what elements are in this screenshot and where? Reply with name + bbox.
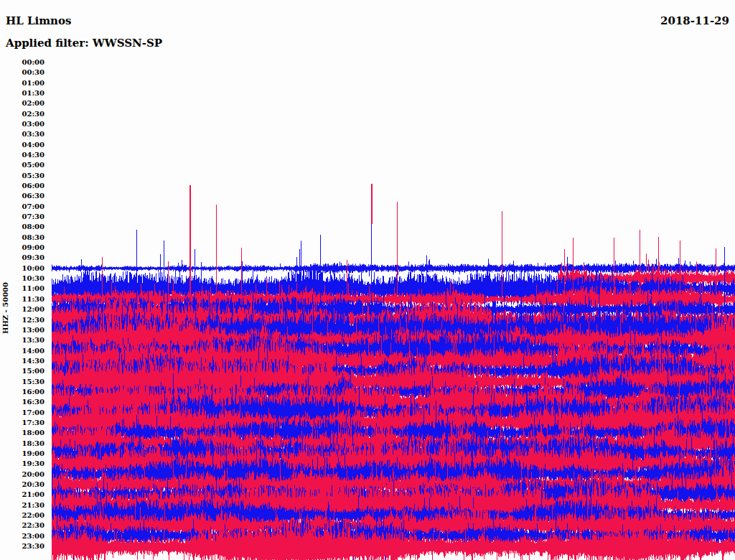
time-label: 09:30: [0, 254, 45, 261]
time-label: 16:30: [0, 398, 45, 406]
time-label: 17:30: [0, 419, 45, 426]
seismogram-canvas: [52, 0, 735, 560]
time-label: 04:30: [0, 151, 45, 159]
time-label: 08:00: [0, 223, 45, 230]
time-label: 21:00: [0, 491, 45, 498]
time-label: 09:00: [0, 244, 45, 251]
time-label: 20:30: [0, 481, 45, 488]
time-label: 05:30: [0, 172, 45, 179]
time-label: 14:30: [0, 358, 45, 365]
time-label: 00:30: [0, 69, 45, 76]
time-label: 11:30: [0, 296, 45, 303]
time-label: 00:00: [0, 59, 45, 66]
time-label: 15:00: [0, 368, 45, 375]
time-label: 02:00: [0, 100, 45, 107]
helicorder-page: HL Limnos Applied filter: WWSSN-SP 2018-…: [0, 0, 735, 560]
time-label: 08:30: [0, 234, 45, 241]
time-label: 05:00: [0, 162, 45, 169]
time-axis: 00:0000:3001:0001:3002:0002:3003:0003:30…: [0, 0, 45, 560]
time-label: 07:30: [0, 213, 45, 220]
time-label: 01:00: [0, 80, 45, 87]
time-label: 19:30: [0, 460, 45, 467]
time-label: 18:30: [0, 440, 45, 447]
time-label: 13:30: [0, 337, 45, 344]
time-label: 12:30: [0, 317, 45, 324]
time-label: 22:30: [0, 522, 45, 529]
time-label: 06:30: [0, 192, 45, 200]
time-label: 03:30: [0, 131, 45, 138]
time-label: 02:30: [0, 111, 45, 118]
time-label: 01:30: [0, 90, 45, 97]
time-label: 10:00: [0, 265, 45, 272]
time-label: 19:00: [0, 450, 45, 457]
time-label: 06:00: [0, 182, 45, 190]
time-label: 07:00: [0, 203, 45, 210]
time-label: 03:00: [0, 121, 45, 128]
time-label: 21:30: [0, 502, 45, 509]
time-label: 14:00: [0, 347, 45, 355]
time-label: 04:00: [0, 141, 45, 149]
time-label: 16:00: [0, 388, 45, 396]
time-label: 23:30: [0, 543, 45, 550]
time-label: 13:00: [0, 327, 45, 334]
time-label: 22:00: [0, 512, 45, 519]
time-label: 18:00: [0, 429, 45, 437]
time-label: 11:00: [0, 285, 45, 292]
time-label: 10:30: [0, 275, 45, 282]
time-label: 15:30: [0, 378, 45, 386]
time-label: 23:00: [0, 533, 45, 540]
time-label: 12:00: [0, 306, 45, 313]
time-label: 17:00: [0, 409, 45, 416]
time-label: 20:00: [0, 471, 45, 478]
